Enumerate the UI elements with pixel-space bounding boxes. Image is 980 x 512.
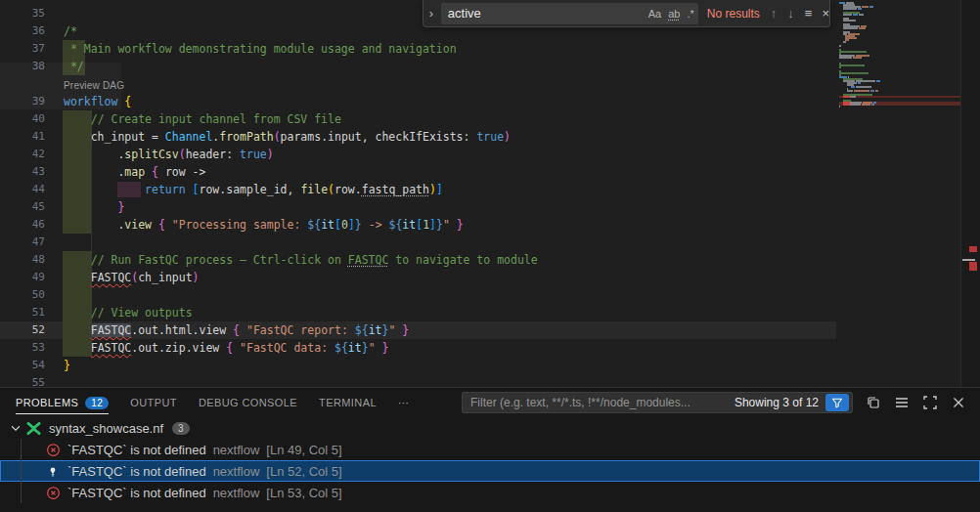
line-number-49: 49 (0, 269, 45, 286)
code-text[interactable]: return [row.sample_id, file(row.fastq_pa… (64, 181, 443, 198)
code-line-38[interactable]: 38 */ (0, 58, 980, 75)
problem-position: [Ln 53, Col 5] (266, 486, 341, 500)
regex-icon[interactable]: .* (687, 8, 693, 20)
code-editor[interactable]: 3536/*37 * Main workflow demonstrating m… (0, 0, 980, 387)
filter-showing-badge: Showing 3 of 12 (735, 396, 819, 409)
find-in-selection-icon[interactable]: ≡ (805, 6, 812, 21)
whole-word-icon[interactable]: ab (668, 8, 680, 20)
nextflow-icon (25, 421, 42, 436)
maximize-panel-icon[interactable] (922, 395, 938, 410)
toggle-replace-icon[interactable]: › (423, 6, 439, 21)
code-text[interactable]: .splitCsv(header: true) (64, 146, 274, 163)
code-line-51[interactable]: 51 // View outputs (0, 304, 980, 321)
code-line-48[interactable]: 48 // Run FastQC process — Ctrl-click on… (0, 251, 980, 269)
problems-file-row[interactable]: syntax_showcase.nf 3 (0, 417, 980, 439)
panel-tab-output[interactable]: OUTPUT (130, 388, 177, 417)
find-input[interactable]: active Aa ab .* (441, 3, 698, 24)
panel-tabs: PROBLEMS12OUTPUTDEBUG CONSOLETERMINAL⋯ (16, 388, 430, 417)
minimap-row (839, 107, 960, 109)
code-line-49[interactable]: 49 FASTQC(ch_input) (0, 269, 980, 286)
problem-message: `FASTQC` is not defined (67, 486, 206, 500)
line-number-36: 36 (0, 22, 45, 40)
code-line-39[interactable]: 39workflow { (0, 93, 980, 110)
line-number-52: 52 (0, 321, 45, 339)
line-number-43: 43 (0, 163, 45, 181)
problem-message: `FASTQC` is not defined (67, 464, 206, 479)
copy-icon[interactable] (866, 395, 881, 410)
code-text[interactable]: // Create input channel from CSV file (64, 110, 341, 128)
minimap-slider[interactable] (0, 63, 121, 109)
code-text[interactable]: } (64, 357, 70, 374)
code-line-52[interactable]: 52 FASTQC.out.html.view { "FastQC report… (0, 321, 980, 339)
code-text[interactable]: // Run FastQC process — Ctrl-click on FA… (64, 251, 538, 269)
line-number-35: 35 (0, 5, 45, 22)
code-line-50[interactable]: 50 (0, 286, 980, 304)
minimap[interactable] (839, 2, 960, 109)
ruler-error-mark (969, 262, 977, 271)
code-line-53[interactable]: 53 FASTQC.out.zip.view { "FastQC data: $… (0, 339, 980, 357)
code-line-44[interactable]: 44 return [row.sample_id, file(row.fastq… (0, 181, 980, 198)
code-text[interactable]: .map { row -> (64, 163, 205, 181)
more-icon[interactable]: ⋯ (398, 388, 409, 417)
problem-source: nextflow (213, 464, 260, 479)
code-line-42[interactable]: 42 .splitCsv(header: true) (0, 146, 980, 163)
code-line-43[interactable]: 43 .map { row -> (0, 163, 980, 181)
code-line-46[interactable]: 46 .view { "Processing sample: ${it[0]} … (0, 216, 980, 234)
next-match-icon[interactable]: ↓ (787, 6, 794, 21)
code-line-55[interactable]: 55 (0, 374, 980, 387)
line-number-37: 37 (0, 40, 45, 58)
bottom-panel: PROBLEMS12OUTPUTDEBUG CONSOLETERMINAL⋯ F… (0, 387, 980, 512)
vscode-window: { "colors": { "editor_bg": "#1f1f1f", "p… (0, 0, 980, 512)
problem-row[interactable]: `FASTQC` is not definednextflow[Ln 53, C… (0, 482, 980, 503)
code-text[interactable]: FASTQC.out.html.view { "FastQC report: $… (64, 321, 409, 339)
code-text[interactable]: * Main workflow demonstrating module usa… (64, 40, 457, 58)
problems-filter-input[interactable]: Filter (e.g. text, **/*.ts, !**/node_mod… (462, 392, 853, 413)
code-text[interactable]: FASTQC(ch_input) (64, 269, 200, 286)
line-number-54: 54 (0, 357, 45, 374)
line-number-40: 40 (0, 110, 45, 128)
find-query[interactable]: active (448, 6, 642, 21)
gutter-change-decoration (63, 286, 92, 304)
code-line-47[interactable]: 47 (0, 234, 980, 251)
code-text[interactable]: .view { "Processing sample: ${it[0]} -> … (64, 216, 464, 234)
chevron-down-icon[interactable] (8, 421, 23, 435)
codelens-row[interactable]: Preview DAG (0, 75, 980, 93)
problem-row[interactable]: `FASTQC` is not definednextflow[Ln 52, C… (0, 460, 980, 482)
code-text[interactable]: } (64, 198, 124, 216)
code-text[interactable]: /* (64, 22, 77, 40)
problem-row[interactable]: `FASTQC` is not definednextflow[Ln 49, C… (0, 439, 980, 460)
problem-source: nextflow (213, 486, 260, 500)
filter-funnel-icon[interactable] (825, 394, 849, 411)
previous-match-icon[interactable]: ↑ (771, 6, 778, 21)
line-number-48: 48 (0, 251, 45, 269)
file-problem-count-badge: 3 (172, 422, 190, 435)
code-line-40[interactable]: 40 // Create input channel from CSV file (0, 110, 980, 128)
overview-ruler[interactable] (960, 0, 980, 387)
close-panel-icon[interactable] (951, 395, 966, 410)
problems-count-badge: 12 (85, 397, 109, 409)
code-text[interactable]: // View outputs (64, 304, 193, 321)
code-lines[interactable]: 3536/*37 * Main workflow demonstrating m… (0, 5, 980, 387)
line-number-41: 41 (0, 128, 45, 146)
panel-tab-debug-console[interactable]: DEBUG CONSOLE (199, 388, 297, 417)
line-number-53: 53 (0, 339, 45, 357)
code-line-45[interactable]: 45 } (0, 198, 980, 216)
code-text[interactable]: FASTQC.out.zip.view { "FastQC data: ${it… (64, 339, 388, 357)
close-find-icon[interactable]: × (822, 6, 829, 21)
ruler-error-mark (969, 246, 977, 252)
code-text[interactable]: ch_input = Channel.fromPath(params.input… (64, 128, 511, 146)
view-as-table-icon[interactable] (894, 395, 910, 410)
problem-rows: `FASTQC` is not definednextflow[Ln 49, C… (0, 439, 980, 503)
line-number-51: 51 (0, 304, 45, 321)
code-line-37[interactable]: 37 * Main workflow demonstrating module … (0, 40, 980, 58)
tree-indent-guide (21, 439, 22, 503)
problem-position: [Ln 49, Col 5] (266, 443, 341, 457)
code-line-41[interactable]: 41 ch_input = Channel.fromPath(params.in… (0, 128, 980, 146)
panel-tab-terminal[interactable]: TERMINAL (319, 388, 377, 417)
code-line-54[interactable]: 54} (0, 357, 980, 374)
lightbulb-icon (45, 464, 61, 479)
match-case-icon[interactable]: Aa (648, 8, 661, 20)
panel-tab-problems[interactable]: PROBLEMS12 (16, 388, 109, 417)
find-status: No results (707, 7, 760, 21)
line-number-50: 50 (0, 286, 45, 304)
